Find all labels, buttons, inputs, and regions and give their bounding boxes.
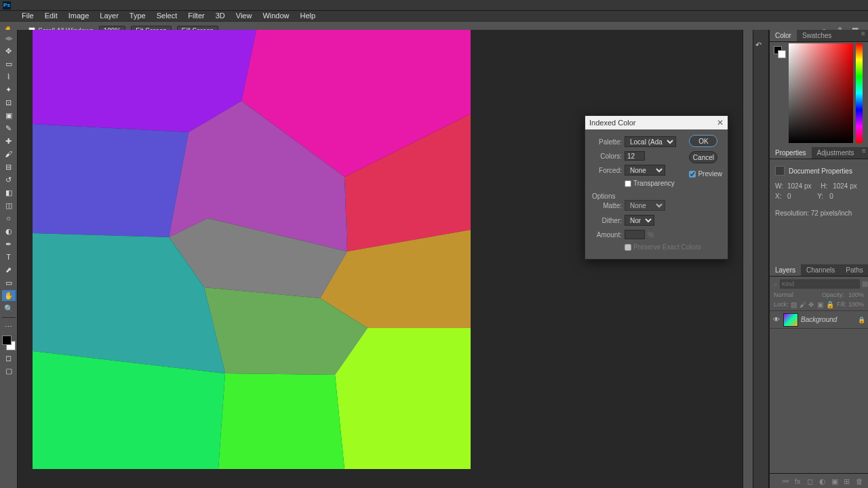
- stamp-tool[interactable]: ⊟: [2, 161, 16, 172]
- menu-filter[interactable]: Filter: [182, 11, 210, 21]
- menu-layer[interactable]: Layer: [94, 11, 124, 21]
- y-label: Y:: [817, 192, 827, 200]
- tab-swatches[interactable]: Swatches: [797, 30, 837, 41]
- matte-label: Matte:: [592, 202, 622, 209]
- layer-filter-input[interactable]: [780, 279, 860, 289]
- frame-tool[interactable]: ▣: [2, 110, 16, 121]
- preview-checkbox[interactable]: Preview: [689, 170, 722, 178]
- eyedropper-tool[interactable]: ✎: [2, 123, 16, 134]
- zoom-tool[interactable]: 🔍: [2, 303, 16, 314]
- document-icon: [775, 166, 785, 176]
- history-brush-tool[interactable]: ↺: [2, 174, 16, 185]
- healing-brush-tool[interactable]: ✚: [2, 136, 16, 146]
- opacity-value[interactable]: 100%: [848, 291, 864, 298]
- move-tool[interactable]: ✥: [2, 45, 16, 56]
- panel-menu-icon[interactable]: ≡: [859, 30, 868, 41]
- tab-adjustments[interactable]: Adjustments: [812, 147, 860, 159]
- menu-3d[interactable]: 3D: [210, 11, 231, 21]
- preserve-label: Preserve Exact Colors: [633, 243, 701, 251]
- hue-strip[interactable]: [856, 43, 863, 143]
- layers-panel: ⌕ ▦ ◐ T ◻ ▣ NormalOpacity:100% Lock: ▨ 🖌: [770, 277, 868, 488]
- layer-row[interactable]: 👁 Background 🔒: [770, 311, 868, 329]
- magic-wand-tool[interactable]: ✦: [2, 84, 16, 95]
- palette-select[interactable]: Local (Adaptive): [625, 136, 676, 147]
- collapsed-history-panel[interactable]: ↶: [753, 30, 769, 488]
- type-tool[interactable]: T: [2, 251, 16, 262]
- menu-type[interactable]: Type: [124, 11, 151, 21]
- tab-layers[interactable]: Layers: [770, 264, 801, 276]
- lock-pixels-icon[interactable]: 🖌: [800, 301, 806, 308]
- dither-label: Dither:: [592, 217, 622, 224]
- colors-input[interactable]: [625, 151, 645, 161]
- fg-bg-color-swatch[interactable]: [2, 336, 16, 350]
- menu-file[interactable]: File: [16, 11, 39, 21]
- lock-position-icon[interactable]: ✥: [808, 301, 815, 308]
- dodge-tool[interactable]: ◐: [2, 226, 16, 237]
- eraser-tool[interactable]: ◧: [2, 187, 16, 198]
- fill-value[interactable]: 100%: [848, 301, 864, 308]
- tab-properties[interactable]: Properties: [770, 147, 812, 159]
- blur-tool[interactable]: ○: [2, 213, 16, 224]
- lock-artboard-icon[interactable]: ▣: [817, 301, 824, 308]
- menu-select[interactable]: Select: [151, 11, 183, 21]
- ok-button[interactable]: OK: [689, 135, 717, 147]
- menu-image[interactable]: Image: [63, 11, 95, 21]
- resolution-label: Resolution: 72 pixels/inch: [775, 209, 852, 217]
- blend-mode-select[interactable]: Normal: [774, 291, 793, 298]
- tab-paths[interactable]: Paths: [840, 264, 868, 276]
- saturation-value-field[interactable]: [789, 43, 853, 143]
- layer-style-icon[interactable]: fx: [795, 477, 803, 485]
- crop-tool[interactable]: ⊡: [2, 97, 16, 108]
- dither-select[interactable]: None: [625, 215, 654, 226]
- menu-help[interactable]: Help: [295, 11, 321, 21]
- brush-tool[interactable]: 🖌: [2, 148, 16, 159]
- rect-marquee-tool[interactable]: ▭: [2, 58, 16, 69]
- collapse-icon[interactable]: ◀▶: [2, 33, 16, 43]
- transparency-checkbox[interactable]: Transparency: [625, 180, 721, 187]
- group-icon[interactable]: ▣: [831, 477, 840, 485]
- matte-select: None: [625, 200, 665, 211]
- gradient-tool[interactable]: ◫: [2, 200, 16, 211]
- fg-bg-swatch[interactable]: [774, 46, 786, 58]
- right-dock: Color Swatches ≡ Properties Adjustments …: [769, 30, 868, 488]
- close-icon[interactable]: ✕: [717, 118, 724, 127]
- dialog-title-bar[interactable]: Indexed Color ✕: [585, 116, 728, 129]
- adjustment-layer-icon[interactable]: ◐: [819, 477, 827, 485]
- dialog-title: Indexed Color: [589, 119, 636, 127]
- visibility-icon[interactable]: 👁: [772, 316, 781, 323]
- menu-window[interactable]: Window: [257, 11, 294, 21]
- width-value: 1024 px: [787, 182, 812, 190]
- lock-label: Lock:: [774, 301, 789, 308]
- hand-tool[interactable]: ✋: [2, 290, 16, 301]
- shape-tool[interactable]: ▭: [2, 277, 16, 288]
- tab-channels[interactable]: Channels: [801, 264, 840, 276]
- colors-label: Colors:: [592, 152, 622, 160]
- menu-view[interactable]: View: [231, 11, 258, 21]
- menu-edit[interactable]: Edit: [39, 11, 63, 21]
- screen-mode[interactable]: ▢: [2, 365, 16, 376]
- lock-all-icon[interactable]: 🔒: [826, 301, 833, 308]
- forced-label: Forced:: [592, 167, 622, 174]
- preserve-exact-colors-checkbox: Preserve Exact Colors: [625, 243, 721, 251]
- menu-bar: FileEditImageLayerTypeSelectFilter3DView…: [0, 11, 868, 21]
- cancel-button[interactable]: Cancel: [689, 151, 717, 163]
- trash-icon[interactable]: 🗑: [856, 477, 864, 485]
- color-picker[interactable]: [770, 42, 868, 147]
- lasso-tool[interactable]: ⌇: [2, 71, 16, 82]
- edit-toolbar[interactable]: ⋯: [2, 321, 16, 332]
- panel-menu-icon[interactable]: ≡: [860, 147, 868, 159]
- link-layers-icon[interactable]: ⚯: [783, 477, 791, 485]
- forced-select[interactable]: None: [625, 165, 665, 176]
- lock-transparent-icon[interactable]: ▨: [791, 301, 797, 308]
- height-value: 1024 px: [833, 182, 857, 190]
- filter-pixel-icon[interactable]: ▦: [862, 280, 868, 288]
- amount-input: [625, 230, 645, 239]
- tab-color[interactable]: Color: [770, 30, 797, 41]
- path-select-tool[interactable]: ⬈: [2, 264, 16, 275]
- pen-tool[interactable]: ✒: [2, 239, 16, 249]
- quick-mask[interactable]: ◻: [2, 352, 16, 363]
- transparency-label: Transparency: [633, 180, 675, 187]
- layer-mask-icon[interactable]: ◻: [807, 477, 815, 485]
- new-layer-icon[interactable]: ⊞: [844, 477, 852, 485]
- layers-footer: ⚯ fx ◻ ◐ ▣ ⊞ 🗑: [770, 473, 868, 488]
